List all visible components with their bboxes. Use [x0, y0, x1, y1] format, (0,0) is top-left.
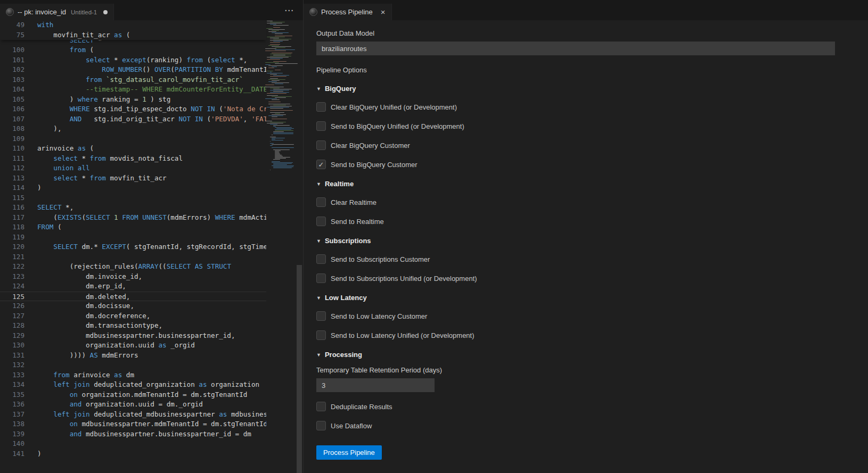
code-line[interactable]: 118FROM (	[0, 222, 266, 233]
code-line[interactable]: 119	[0, 233, 266, 243]
code-line[interactable]: 121	[0, 252, 266, 262]
tab-untitled-sql[interactable]: -- pk: invoice_id Untitled-1	[0, 4, 114, 20]
code-line[interactable]: 137 left join deduplicated_mdbusinesspar…	[0, 410, 266, 420]
code-line[interactable]: 126 dm.docissue,	[0, 301, 266, 311]
code-line[interactable]: 131 )))) AS mdmErrors	[0, 351, 266, 361]
code-line[interactable]: 130 organization.uuid as _orgid	[0, 341, 266, 351]
code-line[interactable]: 127 dm.docreference,	[0, 311, 266, 321]
output-data-model-input[interactable]	[316, 42, 835, 55]
checkbox-label: Send to Realtime	[331, 218, 384, 226]
code-line[interactable]: 134 left join deduplicated_organization …	[0, 380, 266, 390]
checkbox[interactable]	[316, 140, 326, 150]
code-line[interactable]: 123 dm.invoice_id,	[0, 272, 266, 282]
code-line[interactable]: 128 dm.transactiontype,	[0, 321, 266, 331]
code-line[interactable]: 110arinvoice as (	[0, 144, 266, 154]
option-row: Deduplicate Results	[316, 402, 835, 411]
code-editor[interactable]: 49with75 movfin_tit_acr as ( SELECT *100…	[0, 20, 303, 473]
code-line[interactable]: 139 and mdbusinesspartner.businesspartne…	[0, 429, 266, 439]
section-header-bigquery[interactable]: ▼BigQuery	[316, 85, 835, 93]
code-line[interactable]: 135 on organization.mdmTenantId = dm.stg…	[0, 390, 266, 400]
checkbox[interactable]	[316, 311, 326, 321]
code-line[interactable]: 112 union all	[0, 163, 266, 173]
section-header-processing[interactable]: ▼Processing	[316, 351, 835, 359]
line-number: 110	[0, 144, 24, 154]
line-number: 141	[0, 449, 24, 459]
code-line[interactable]: 105 ) where ranking = 1 ) stg	[0, 95, 266, 105]
line-content: SELECT dm.* EXCEPT( stgTenantId, stgReco…	[24, 242, 266, 252]
checkbox-label: Deduplicate Results	[331, 403, 392, 411]
line-content: arinvoice as (	[24, 144, 266, 154]
retention-period-input[interactable]	[316, 378, 435, 392]
code-line[interactable]: 125 dm.deleted,	[0, 292, 266, 302]
code-line[interactable]: 107 AND stg.ind_orig_tit_acr NOT IN ('PE…	[0, 114, 266, 125]
line-number: 139	[0, 429, 24, 439]
line-content: --timestamp-- WHERE mdmCounterForEntity_…	[24, 85, 266, 95]
code-line[interactable]: 122 (rejection_rules(ARRAY((SELECT AS ST…	[0, 262, 266, 272]
checkbox[interactable]	[316, 402, 326, 411]
sticky-line[interactable]: 75 movfin_tit_acr as (	[0, 30, 266, 40]
code-line[interactable]: 108 ),	[0, 124, 266, 134]
code-area[interactable]: SELECT *100 from (101 select * except(ra…	[0, 40, 266, 459]
line-number: 107	[0, 114, 24, 125]
checkbox[interactable]	[316, 421, 326, 430]
line-number: 123	[0, 272, 24, 282]
checkbox-label: Send to BigQuery Customer	[331, 161, 417, 169]
checkbox[interactable]	[316, 217, 326, 226]
sticky-scroll[interactable]: 49with75 movfin_tit_acr as (	[0, 20, 266, 40]
code-line[interactable]: 138 on mdbusinesspartner.mdmTenantId = d…	[0, 419, 266, 429]
checkbox[interactable]	[316, 197, 326, 207]
line-content: SELECT *,	[24, 203, 266, 213]
section-title: Low Latency	[325, 294, 367, 302]
code-line[interactable]: 120 SELECT dm.* EXCEPT( stgTenantId, stg…	[0, 242, 266, 252]
code-line[interactable]: 111 select * from movdis_nota_fiscal	[0, 154, 266, 164]
code-line[interactable]: 132	[0, 360, 266, 370]
checkbox[interactable]	[316, 330, 326, 340]
code-line[interactable]: 109	[0, 134, 266, 144]
section-header-low-latency[interactable]: ▼Low Latency	[316, 294, 835, 302]
code-line[interactable]: 113 select * from movfin_tit_acr	[0, 173, 266, 184]
line-number: 135	[0, 390, 24, 400]
section-header-subscriptions[interactable]: ▼Subscriptions	[316, 237, 835, 245]
code-line[interactable]: 117 (EXISTS(SELECT 1 FROM UNNEST(mdmErro…	[0, 213, 266, 223]
process-pipeline-button[interactable]: Process Pipeline	[316, 445, 382, 460]
option-row: Send to Subscriptions Unified (or Develo…	[316, 273, 835, 283]
code-line[interactable]: 115	[0, 193, 266, 203]
checkbox-label: Clear Realtime	[331, 198, 376, 206]
code-line[interactable]: 101 select * except(ranking) from (selec…	[0, 55, 266, 65]
tab-process-pipeline[interactable]: Process Pipeline ×	[304, 4, 392, 20]
code-line[interactable]: 133 from arinvoice as dm	[0, 370, 266, 380]
left-editor-group: -- pk: invoice_id Untitled-1 ⋯ 49with75 …	[0, 0, 304, 473]
scrollbar[interactable]	[296, 20, 303, 473]
sticky-line[interactable]: 49with	[0, 20, 266, 30]
code-line[interactable]: 116SELECT *,	[0, 203, 266, 213]
check-icon: ✓	[318, 161, 324, 168]
close-icon[interactable]: ×	[381, 8, 386, 16]
code-line[interactable]: 103 from `stg_datasul_carol_movfin_tit_a…	[0, 75, 266, 85]
code-line[interactable]: 124 dm.erp_id,	[0, 281, 266, 292]
code-line[interactable]: 141)	[0, 449, 266, 459]
checkbox[interactable]: ✓	[316, 160, 326, 169]
section-header-realtime[interactable]: ▼Realtime	[316, 180, 835, 188]
checkbox[interactable]	[316, 273, 326, 283]
code-line[interactable]: 100 from (	[0, 45, 266, 55]
more-actions-icon[interactable]: ⋯	[275, 5, 303, 16]
code-line[interactable]: 140	[0, 439, 266, 449]
minimap[interactable]	[270, 21, 296, 473]
code-line[interactable]: SELECT *	[0, 40, 266, 45]
line-number: 122	[0, 262, 24, 272]
pipeline-sections: ▼BigQueryClear BigQuery Unified (or Deve…	[316, 85, 835, 430]
code-line[interactable]: 114)	[0, 183, 266, 193]
code-line[interactable]: 136 and organization.uuid = dm._orgid	[0, 400, 266, 410]
code-line[interactable]: 106 WHERE stg.ind_tip_espec_docto NOT IN…	[0, 104, 266, 114]
checkbox[interactable]	[316, 254, 326, 264]
checkbox[interactable]	[316, 102, 326, 112]
line-number: 137	[0, 410, 24, 420]
chevron-down-icon: ▼	[316, 86, 321, 92]
line-content: dm.invoice_id,	[24, 272, 266, 282]
code-line[interactable]: 102 ROW_NUMBER() OVER(PARTITION BY mdmTe…	[0, 65, 266, 75]
code-line[interactable]: 104 --timestamp-- WHERE mdmCounterForEnt…	[0, 85, 266, 95]
scrollbar-thumb[interactable]	[297, 265, 302, 473]
checkbox[interactable]	[316, 121, 326, 131]
code-line[interactable]: 129 mdbusinesspartner.businesspartner_id…	[0, 331, 266, 341]
right-editor-group: Process Pipeline × Output Data Model Pip…	[304, 0, 868, 473]
